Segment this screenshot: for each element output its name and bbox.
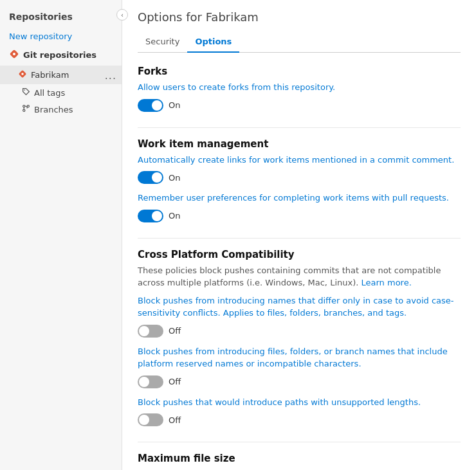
divider-1 — [138, 127, 461, 128]
main-content: Options for Fabrikam Security Options Fo… — [122, 0, 476, 470]
work-item-toggle2-desc: Remember user preferences for completing… — [138, 192, 461, 204]
tab-security[interactable]: Security — [138, 32, 187, 53]
toggle-knob — [152, 172, 162, 183]
git-icon — [9, 49, 19, 61]
work-item-toggle1[interactable] — [138, 171, 163, 184]
git-repositories-section[interactable]: Git repositories — [0, 44, 122, 66]
cross-platform-toggle1-label: Off — [169, 326, 181, 336]
cross-platform-toggle3-desc: Block pushes that would introduce paths … — [138, 396, 461, 409]
work-item-toggle2-row: On — [138, 210, 461, 222]
svg-point-1 — [13, 53, 15, 55]
cross-platform-toggle2-label: Off — [169, 377, 181, 386]
work-item-toggle2[interactable] — [138, 210, 163, 222]
max-file-size-section: Maximum file size Block pushes that cont… — [138, 453, 461, 470]
tag-icon — [22, 87, 30, 98]
work-item-toggle2-label: On — [169, 211, 180, 221]
divider-3 — [138, 442, 461, 442]
cross-platform-toggle3[interactable] — [138, 413, 163, 426]
forks-toggle-row: On — [138, 99, 461, 112]
toggle-knob — [152, 211, 162, 221]
repo-name: Fabrikam — [31, 70, 69, 80]
work-item-toggle1-row: On — [138, 171, 461, 184]
work-item-toggle1-label: On — [169, 173, 180, 183]
sidebar: ‹ Repositories New repository Git reposi… — [0, 0, 122, 470]
cross-platform-toggle1-desc: Block pushes from introducing names that… — [138, 294, 461, 320]
cross-platform-toggle1[interactable] — [138, 325, 163, 338]
forks-toggle-label: On — [169, 100, 180, 110]
cross-platform-toggle2-row: Off — [138, 375, 461, 388]
branches-label: Branches — [34, 105, 73, 114]
sidebar-item-fabrikam[interactable]: Fabrikam ... — [0, 66, 122, 84]
toggle-knob — [152, 100, 162, 111]
cross-platform-toggle3-row: Off — [138, 413, 461, 426]
page-title: Options for Fabrikam — [138, 10, 461, 24]
cross-platform-title: Cross Platform Compatibility — [138, 249, 461, 260]
learn-more-link[interactable]: Learn more. — [362, 278, 412, 287]
forks-description: Allow users to create forks from this re… — [138, 81, 461, 94]
svg-point-3 — [21, 73, 24, 75]
svg-point-5 — [23, 105, 25, 107]
cross-platform-toggle1-row: Off — [138, 325, 461, 338]
cross-platform-desc: These policies block pushes containing c… — [138, 264, 461, 289]
cross-platform-toggle2-desc: Block pushes from introducing files, fol… — [138, 345, 461, 370]
work-item-title: Work item management — [138, 138, 461, 150]
branch-icon — [22, 104, 30, 114]
toggle-knob — [139, 415, 149, 425]
new-repository-link[interactable]: New repository — [0, 28, 122, 44]
work-item-toggle1-desc: Automatically create links for work item… — [138, 154, 461, 167]
item-actions-menu[interactable]: ... — [105, 69, 116, 81]
forks-toggle[interactable] — [138, 99, 163, 112]
work-item-section: Work item management Automatically creat… — [138, 138, 461, 222]
collapse-button[interactable]: ‹ — [116, 9, 128, 21]
cross-platform-toggle2[interactable] — [138, 375, 163, 388]
tab-bar: Security Options — [138, 32, 461, 53]
cross-platform-toggle3-label: Off — [169, 415, 181, 425]
max-file-size-title: Maximum file size — [138, 453, 461, 464]
svg-point-4 — [24, 89, 25, 91]
toggle-knob — [139, 326, 149, 336]
sidebar-title: Repositories — [0, 8, 122, 28]
forks-section: Forks Allow users to create forks from t… — [138, 66, 461, 112]
tab-options[interactable]: Options — [187, 32, 239, 53]
toggle-knob — [139, 377, 149, 387]
repo-icon — [18, 69, 27, 80]
divider-2 — [138, 238, 461, 239]
all-tags-label: All tags — [34, 88, 65, 98]
svg-point-7 — [23, 109, 25, 111]
git-section-label: Git repositories — [23, 50, 96, 60]
sidebar-item-all-tags[interactable]: All tags — [0, 84, 122, 101]
forks-title: Forks — [138, 66, 461, 77]
cross-platform-section: Cross Platform Compatibility These polic… — [138, 249, 461, 427]
sidebar-item-branches[interactable]: Branches — [0, 101, 122, 118]
